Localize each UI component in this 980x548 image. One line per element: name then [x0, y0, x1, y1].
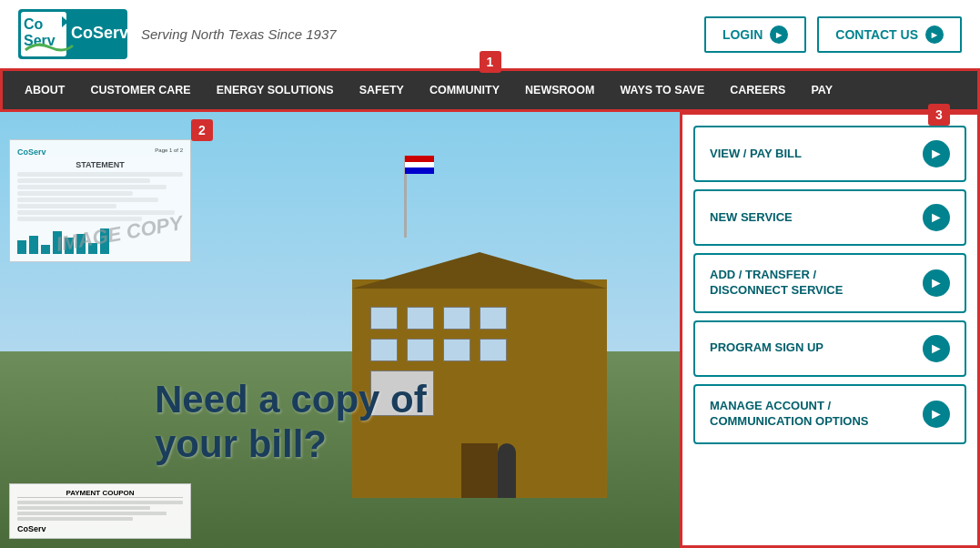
program-sign-up-label: PROGRAM SIGN UP — [710, 340, 823, 356]
sidebar-badge-3: 3 — [928, 104, 950, 126]
bill-title: STATEMENT — [17, 160, 183, 169]
bill-logo: CoServ — [17, 147, 46, 157]
sidebar-add-transfer-disconnect[interactable]: ADD / TRANSFER / DISCONNECT SERVICE ► — [693, 253, 966, 313]
page-indicator: Page 1 of 2 — [155, 147, 183, 157]
sidebar-manage-account[interactable]: MANAGE ACCOUNT / COMMUNICATION OPTIONS ► — [693, 384, 966, 444]
payment-coupon: PAYMENT COUPON CoServ — [9, 483, 191, 539]
sidebar-program-sign-up[interactable]: PROGRAM SIGN UP ► — [693, 320, 966, 377]
sidebar-new-service[interactable]: NEW SERVICE ► — [693, 189, 966, 246]
svg-text:Co: Co — [24, 16, 44, 32]
contact-us-button[interactable]: CONTACT US ► — [817, 16, 962, 53]
contact-arrow-icon: ► — [925, 25, 944, 44]
hero-badge-2: 2 — [191, 119, 213, 141]
svg-text:CoServ: CoServ — [71, 24, 127, 42]
header-buttons: LOGIN ► CONTACT US ► — [704, 16, 962, 53]
payment-coupon-title: PAYMENT COUPON — [17, 489, 183, 498]
program-sign-up-arrow-icon: ► — [923, 335, 950, 362]
coserv-logo: Co Serv CoServ — [18, 9, 127, 59]
hero-section: CoServ Page 1 of 2 STATEMENT IM — [0, 112, 680, 548]
nav-safety[interactable]: SAFETY — [347, 71, 417, 109]
login-arrow-icon: ► — [770, 25, 788, 44]
view-pay-bill-arrow-icon: ► — [923, 140, 950, 167]
nav-ways-to-save[interactable]: WAYS TO SAVE — [607, 71, 717, 109]
sidebar-view-pay-bill[interactable]: VIEW / PAY BILL ► — [693, 126, 966, 182]
door — [461, 443, 498, 498]
nav-customer-care[interactable]: CUSTOMER CARE — [77, 71, 203, 109]
nav-about[interactable]: ABOUT — [12, 71, 77, 109]
main-content: CoServ Page 1 of 2 STATEMENT IM — [0, 112, 980, 548]
nav-newsroom[interactable]: NEWSROOM — [512, 71, 607, 109]
add-transfer-arrow-icon: ► — [923, 269, 950, 297]
login-button[interactable]: LOGIN ► — [704, 16, 806, 53]
nav-pay[interactable]: PAY — [798, 71, 845, 109]
hero-text: Need a copy of your bill? — [155, 378, 427, 466]
logo-area: Co Serv CoServ Serving North Texas Since… — [18, 9, 337, 59]
new-service-label: NEW SERVICE — [710, 210, 793, 226]
right-sidebar: 3 VIEW / PAY BILL ► NEW SERVICE ► ADD / … — [680, 112, 980, 548]
flag — [405, 156, 434, 174]
view-pay-bill-label: VIEW / PAY BILL — [710, 147, 802, 162]
nav-careers[interactable]: CAREERS — [717, 71, 798, 109]
nav-energy-solutions[interactable]: ENERGY SOLUTIONS — [204, 71, 347, 109]
tagline: Serving North Texas Since 1937 — [141, 26, 337, 42]
manage-account-label: MANAGE ACCOUNT / COMMUNICATION OPTIONS — [710, 399, 869, 430]
new-service-arrow-icon: ► — [923, 204, 950, 231]
manage-account-arrow-icon: ► — [923, 401, 950, 428]
nav-bar: 1 ABOUT CUSTOMER CARE ENERGY SOLUTIONS S… — [0, 68, 980, 112]
bill-document: CoServ Page 1 of 2 STATEMENT IM — [9, 139, 191, 262]
coserv-coupon-logo: CoServ — [17, 524, 46, 533]
nav-badge-1: 1 — [480, 51, 501, 73]
person-silhouette — [498, 443, 516, 498]
nav-community[interactable]: COMMUNITY — [417, 71, 512, 109]
add-transfer-disconnect-label: ADD / TRANSFER / DISCONNECT SERVICE — [710, 268, 843, 299]
